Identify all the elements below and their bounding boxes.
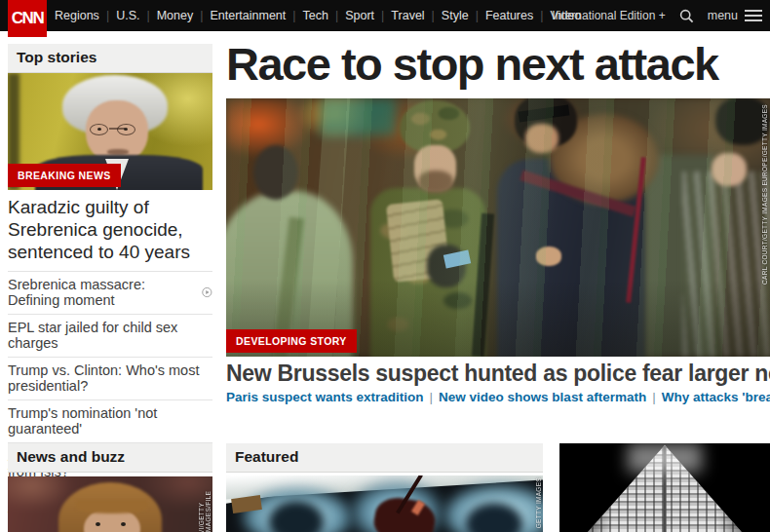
nav-item-travel[interactable]: Travel [374, 9, 425, 22]
lead-story-module: Race to stop next attack [226, 39, 770, 404]
nav-item-tech[interactable]: Tech [286, 9, 328, 22]
nav-item-money[interactable]: Money [139, 9, 193, 22]
featured-module: Featured GETTY IMAGES [226, 443, 543, 532]
top-nav: Regions U.S. Money Entertainment Tech Sp… [0, 0, 770, 31]
related-links: Paris suspect wants extradition New vide… [226, 390, 770, 404]
play-video-icon [202, 285, 212, 299]
edition-selector[interactable]: International Edition + [552, 9, 665, 22]
architecture-story-image[interactable] [559, 443, 770, 532]
lead-subheadline[interactable]: New Brussels suspect hunted as police fe… [226, 361, 770, 387]
nav-utilities: International Edition + menu [552, 0, 762, 31]
featured-header: Featured [226, 443, 543, 473]
news-and-buzz-header: News and buzz [8, 443, 212, 473]
news-and-buzz-image[interactable]: VI/GETTY IMAGES/FILE [8, 476, 212, 532]
nav-item-style[interactable]: Style [425, 9, 469, 22]
news-and-buzz-module: News and buzz VI/GETTY IMAGES/FILE [8, 443, 212, 532]
nav-item-features[interactable]: Features [469, 9, 534, 22]
menu-label: menu [708, 9, 738, 22]
search-icon[interactable] [679, 9, 694, 23]
lead-story-image[interactable]: CARL COURT/GETTY IMAGES EUROPE/GETTY IMA… [226, 98, 770, 357]
menu-button[interactable]: menu [708, 9, 762, 22]
photo-credit: CARL COURT/GETTY IMAGES EUROPE/GETTY IMA… [761, 104, 768, 285]
story-link[interactable]: EPL star jailed for child sex charges [8, 314, 212, 357]
photo-credit: GETTY IMAGES [535, 477, 542, 528]
related-link[interactable]: Paris suspect wants extradition [226, 390, 424, 404]
story-link[interactable]: Srebrenica massacre: Defining moment [8, 271, 212, 314]
featured-image[interactable]: GETTY IMAGES [226, 475, 543, 532]
nav-item-entertainment[interactable]: Entertainment [193, 9, 286, 22]
cnn-logo[interactable]: CNN [8, 0, 47, 37]
primary-nav: Regions U.S. Money Entertainment Tech Sp… [55, 0, 581, 31]
developing-story-badge: DEVELOPING STORY [226, 329, 357, 353]
related-link[interactable]: Why attacks 'breached the dam' [646, 390, 770, 404]
related-link[interactable]: New video shows blast aftermath [424, 390, 647, 404]
breaking-story-headline[interactable]: Karadzic guilty of Srebrenica genocide, … [8, 190, 212, 271]
hamburger-icon [745, 10, 762, 21]
nav-item-sport[interactable]: Sport [328, 9, 374, 22]
story-link[interactable]: Trump vs. Clinton: Who's most presidenti… [8, 357, 212, 399]
story-link[interactable]: Trump's nomination 'not guaranteed' [8, 399, 212, 442]
breaking-news-badge: BREAKING NEWS [8, 164, 121, 187]
nav-item-regions[interactable]: Regions [55, 9, 99, 22]
photo-credit: VI/GETTY IMAGES/FILE [198, 478, 212, 532]
top-stories-header: Top stories [8, 44, 212, 73]
breaking-story-image[interactable]: BREAKING NEWS [8, 73, 212, 190]
cnn-homepage: Regions U.S. Money Entertainment Tech Sp… [0, 0, 770, 532]
lead-headline[interactable]: Race to stop next attack [226, 39, 770, 90]
nav-item-us[interactable]: U.S. [99, 9, 140, 22]
